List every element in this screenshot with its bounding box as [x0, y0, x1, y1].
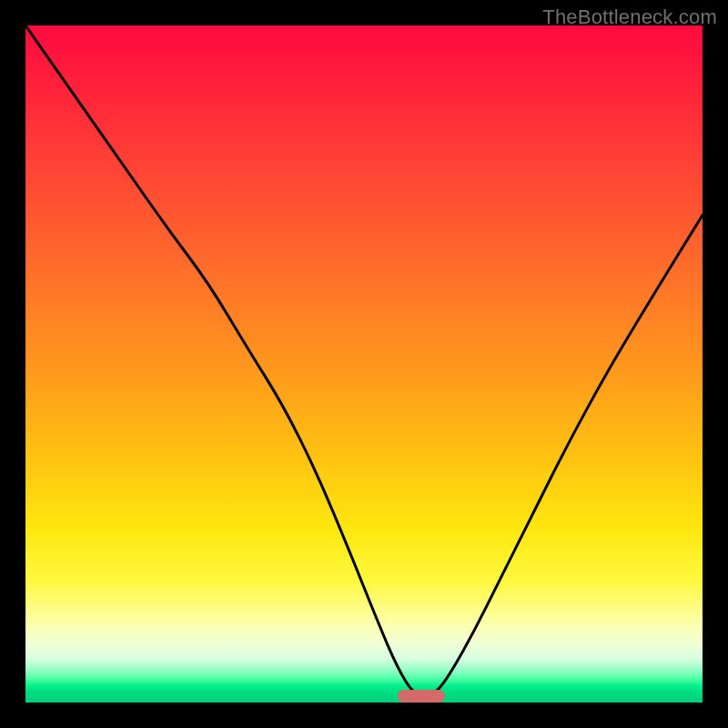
- curve-svg: [25, 25, 703, 703]
- plot-area: [25, 25, 703, 703]
- optimal-range-marker: [398, 690, 445, 703]
- chart-frame: TheBottleneck.com: [0, 0, 728, 728]
- watermark-text: TheBottleneck.com: [542, 5, 717, 29]
- bottleneck-curve-path: [25, 25, 703, 696]
